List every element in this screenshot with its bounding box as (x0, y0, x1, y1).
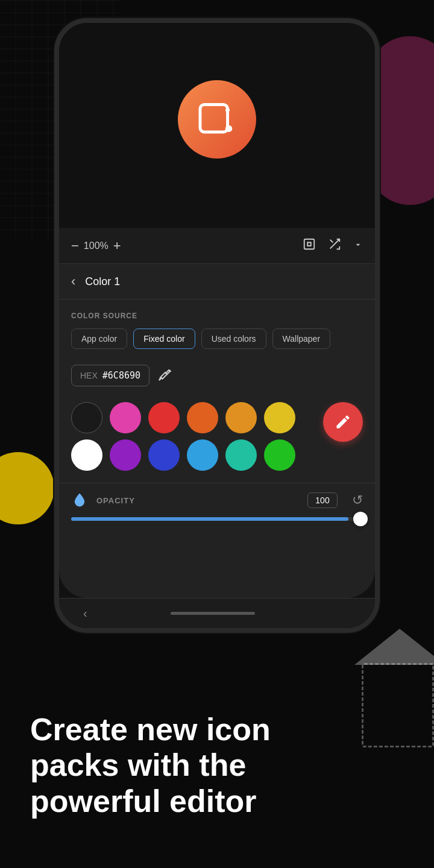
edit-color-fab[interactable] (323, 402, 363, 442)
hex-label: HEX (80, 371, 98, 380)
swatch-white[interactable] (71, 439, 102, 471)
tab-app-color[interactable]: App color (71, 329, 127, 349)
pencil-icon (335, 414, 351, 430)
swatch-orange[interactable] (187, 402, 218, 433)
color-source-label: COLOR SOURCE (71, 312, 363, 320)
color-source-tabs: App color Fixed color Used colors Wallpa… (71, 329, 363, 349)
toolbar: − 100% + (59, 228, 375, 264)
hex-input-section: HEX #6C8690 (59, 355, 375, 396)
swatch-purple[interactable] (110, 439, 141, 471)
swatch-red[interactable] (148, 402, 180, 433)
opacity-slider-track[interactable] (71, 517, 363, 521)
nav-back-arrow[interactable]: ‹ (83, 606, 87, 620)
swatch-green[interactable] (264, 439, 295, 471)
phone-frame: − 100% + (54, 18, 380, 633)
swatches-row-1 (71, 402, 363, 433)
panel-header: ‹ Color 1 (59, 264, 375, 300)
tab-used-colors[interactable]: Used colors (201, 329, 266, 349)
swatches-row-2 (71, 439, 363, 471)
fit-screen-icon[interactable] (303, 237, 316, 254)
zoom-plus-button[interactable]: + (113, 238, 121, 254)
opacity-section: OPACITY 100 ↺ (59, 483, 375, 533)
app-icon (178, 80, 256, 159)
hex-input-group: HEX #6C8690 (71, 365, 149, 386)
tab-fixed-color[interactable]: Fixed color (133, 329, 195, 349)
opacity-label: OPACITY (96, 496, 299, 505)
swatch-black[interactable] (71, 402, 102, 433)
hex-value: #6C8690 (102, 370, 140, 381)
svg-rect-3 (304, 239, 315, 250)
opacity-slider-fill (71, 517, 348, 521)
app-preview-area (59, 23, 375, 228)
app-icon-svg (196, 98, 238, 140)
opacity-droplet-icon (71, 492, 88, 509)
zoom-value: 100% (84, 241, 108, 251)
color-source-section: COLOR SOURCE App color Fixed color Used … (59, 300, 375, 355)
color-panel: ‹ Color 1 COLOR SOURCE App color Fixed c… (59, 264, 375, 598)
panel-back-button[interactable]: ‹ (71, 274, 75, 289)
svg-point-2 (225, 108, 230, 112)
color-swatches-section (59, 396, 375, 483)
dashed-house-decoration (362, 663, 434, 747)
zoom-controls: − 100% + (71, 238, 295, 254)
opacity-reset-button[interactable]: ↺ (352, 492, 363, 508)
swatch-amber[interactable] (225, 402, 257, 433)
opacity-value: 100 (307, 492, 338, 508)
opacity-slider-thumb[interactable] (353, 512, 368, 526)
shuffle-icon[interactable] (328, 237, 341, 254)
swatch-teal[interactable] (225, 439, 257, 471)
phone-inner: − 100% + (59, 23, 375, 628)
navigation-bar: ‹ (59, 598, 375, 628)
toolbar-action-icons (303, 237, 363, 254)
swatch-pink[interactable] (110, 402, 141, 433)
promo-heading: Create new icon packs with the powerful … (30, 712, 313, 820)
bottom-promo-text: Create new icon packs with the powerful … (30, 712, 313, 820)
svg-rect-0 (200, 105, 228, 133)
zoom-minus-button[interactable]: − (71, 238, 79, 254)
tab-wallpaper[interactable]: Wallpaper (272, 329, 331, 349)
panel-title: Color 1 (85, 275, 120, 288)
swatch-yellow[interactable] (264, 402, 295, 433)
swatch-sky[interactable] (187, 439, 218, 471)
opacity-header: OPACITY 100 ↺ (71, 492, 363, 509)
svg-point-1 (225, 125, 232, 132)
yellow-circle-decoration (0, 452, 54, 524)
nav-home-indicator[interactable] (171, 612, 255, 615)
eyedropper-button[interactable] (158, 367, 172, 385)
more-dropdown-icon[interactable] (353, 239, 363, 253)
swatch-blue[interactable] (148, 439, 180, 471)
